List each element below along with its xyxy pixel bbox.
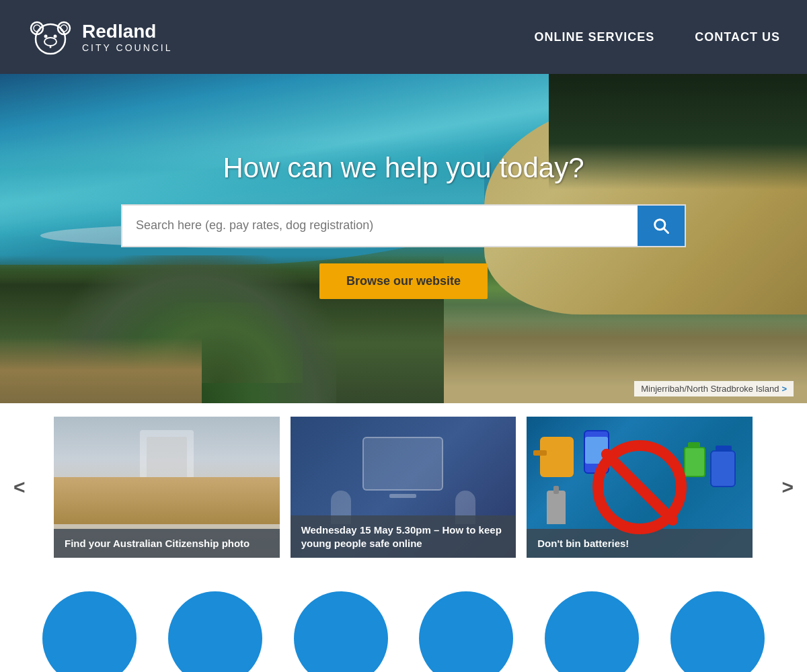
logo-area[interactable]: Redland CITY COUNCIL [27, 13, 173, 60]
svg-point-8 [50, 46, 52, 48]
logo-text: Redland CITY COUNCIL [82, 20, 173, 54]
service-icon-libraries [419, 591, 513, 672]
carousel-item-batteries[interactable]: Don't bin batteries! [527, 417, 753, 558]
search-input[interactable] [122, 206, 638, 246]
carousel-item-citizenship[interactable]: Find your Australian Citizenship photo [54, 417, 280, 558]
hero-content: How can we help you today? Browse our we… [0, 74, 807, 403]
nav-online-services[interactable]: ONLINE SERVICES [535, 30, 655, 44]
site-header: Redland CITY COUNCIL ONLINE SERVICES CON… [0, 0, 807, 74]
hero-section: How can we help you today? Browse our we… [0, 74, 807, 403]
carousel-section: < Find your Australian Citizenship photo [0, 403, 807, 571]
service-animals-pets[interactable]: Animals and pets [29, 591, 150, 672]
svg-point-6 [44, 35, 48, 38]
hero-title: How can we help you today? [223, 152, 584, 184]
logo-council: CITY COUNCIL [82, 42, 173, 54]
svg-point-5 [44, 38, 56, 46]
carousel-item-online-safety[interactable]: Wednesday 15 May 5.30pm – How to keep yo… [291, 417, 516, 558]
caption-text: Minjerribah/North Stradbroke Island [641, 384, 779, 394]
logo-city: Redland [82, 20, 173, 43]
search-icon [652, 216, 670, 235]
service-icon-waste [670, 591, 765, 672]
carousel-track: Find your Australian Citizenship photo W… [54, 417, 753, 558]
service-icon-careers [294, 591, 388, 672]
online-safety-label: Wednesday 15 May 5.30pm – How to keep yo… [291, 515, 516, 558]
citizenship-label: Find your Australian Citizenship photo [54, 529, 280, 558]
caption-arrow: > [781, 384, 787, 394]
carousel-prev-button[interactable]: < [13, 476, 26, 499]
svg-line-10 [664, 228, 668, 233]
service-icon-planning [545, 591, 639, 672]
service-rates-fees[interactable]: Rates, fees and infringements [155, 591, 276, 672]
hero-caption: Minjerribah/North Stradbroke Island > [634, 381, 794, 396]
services-grid: Animals and pets Rates, fees and infring… [27, 591, 780, 672]
carousel-next-button[interactable]: > [781, 476, 794, 499]
main-nav: ONLINE SERVICES CONTACT US [535, 30, 780, 44]
nav-contact-us[interactable]: CONTACT US [695, 30, 780, 44]
service-libraries[interactable]: Libraries [406, 591, 527, 672]
browse-website-button[interactable]: Browse our website [319, 263, 488, 299]
service-planning[interactable]: Planning, building and development [531, 591, 652, 672]
search-bar [121, 204, 686, 247]
service-icon-rates [168, 591, 262, 672]
service-icon-animals [42, 591, 137, 672]
services-section: Animals and pets Rates, fees and infring… [0, 571, 807, 672]
service-careers-jobs[interactable]: Careers, jobs and employment [280, 591, 401, 672]
svg-point-7 [54, 35, 57, 38]
search-button[interactable] [638, 206, 685, 246]
logo-icon [27, 13, 74, 60]
service-waste-recycling[interactable]: Waste and recycling [657, 591, 778, 672]
